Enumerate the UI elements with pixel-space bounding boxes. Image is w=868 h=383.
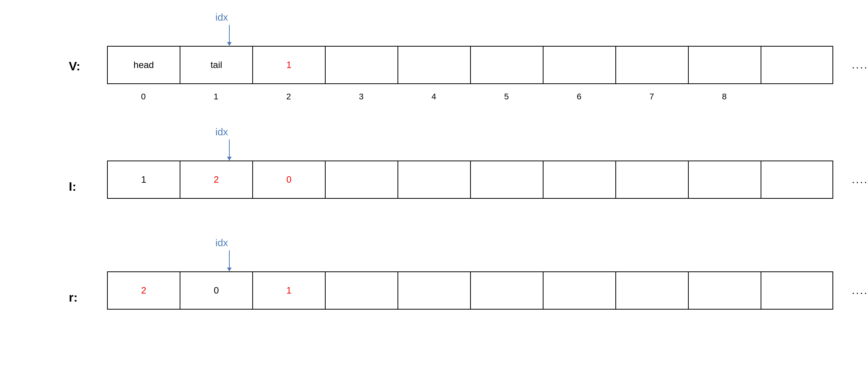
cell-r-1: 0 <box>180 272 253 309</box>
index-V-2: 2 <box>252 92 325 102</box>
index-V-3: 3 <box>325 92 397 102</box>
array-V: headtail1......... <box>107 46 833 84</box>
arrow-r <box>225 250 234 271</box>
cell-I-4 <box>398 161 471 198</box>
cell-r-7 <box>616 272 689 309</box>
cell-V-4 <box>398 47 471 83</box>
cell-V-0: head <box>108 47 180 83</box>
index-V-5: 5 <box>470 92 543 102</box>
cell-V-2: 1 <box>253 47 326 83</box>
row-label-I: I: <box>69 180 76 194</box>
cell-I-9: ......... <box>761 161 868 198</box>
cell-r-0: 2 <box>108 272 180 309</box>
index-V-0: 0 <box>107 92 180 102</box>
cell-I-0: 1 <box>108 161 180 198</box>
cell-I-1: 2 <box>180 161 253 198</box>
array-r: 201......... <box>107 271 833 310</box>
svg-marker-3 <box>227 157 232 161</box>
cell-V-8 <box>689 47 761 83</box>
idx-label-r: idx <box>206 237 237 249</box>
cell-r-3 <box>326 272 398 309</box>
cell-r-5 <box>471 272 544 309</box>
cell-V-9: ......... <box>761 47 868 83</box>
row-label-V: V: <box>69 59 80 73</box>
diagram-container: V:idxheadtail1.........012345678I:idx120… <box>0 0 868 383</box>
svg-marker-5 <box>227 268 232 271</box>
index-V-4: 4 <box>397 92 470 102</box>
row-label-r: r: <box>69 290 78 305</box>
cell-I-3 <box>326 161 398 198</box>
svg-marker-1 <box>227 42 232 46</box>
cell-I-8 <box>689 161 761 198</box>
cell-I-5 <box>471 161 544 198</box>
idx-label-V: idx <box>206 11 237 23</box>
cell-I-6 <box>544 161 616 198</box>
cell-r-2: 1 <box>253 272 326 309</box>
cell-r-4 <box>398 272 471 309</box>
array-I: 120......... <box>107 161 833 199</box>
index-V-1: 1 <box>180 92 252 102</box>
index-row-V: 012345678 <box>107 92 761 102</box>
idx-label-I: idx <box>206 126 237 138</box>
cell-r-9: ......... <box>761 272 868 309</box>
index-V-7: 7 <box>615 92 688 102</box>
cell-I-7 <box>616 161 689 198</box>
cell-V-3 <box>326 47 398 83</box>
cell-I-2: 0 <box>253 161 326 198</box>
cell-V-5 <box>471 47 544 83</box>
index-V-6: 6 <box>543 92 615 102</box>
arrow-V <box>225 25 234 46</box>
arrow-I <box>225 140 234 161</box>
cell-r-6 <box>544 272 616 309</box>
cell-V-1: tail <box>180 47 253 83</box>
cell-V-7 <box>616 47 689 83</box>
cell-r-8 <box>689 272 761 309</box>
index-V-8: 8 <box>688 92 761 102</box>
cell-V-6 <box>544 47 616 83</box>
